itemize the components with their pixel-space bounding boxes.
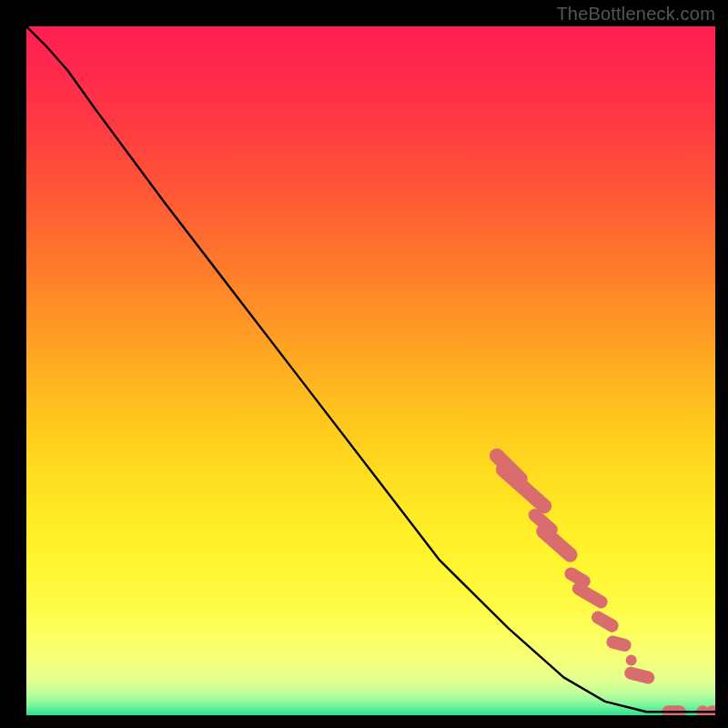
data-marker: [626, 654, 637, 665]
data-marker: [612, 642, 624, 645]
watermark-text: TheBottleneck.com: [556, 4, 715, 25]
data-marker: [631, 673, 648, 678]
data-marker: [571, 573, 583, 581]
plot-background: [26, 26, 715, 715]
chart-stage: { "watermark": "TheBottleneck.com", "plo…: [0, 0, 728, 728]
data-marker: [598, 617, 612, 625]
bottleneck-chart: [0, 0, 728, 728]
